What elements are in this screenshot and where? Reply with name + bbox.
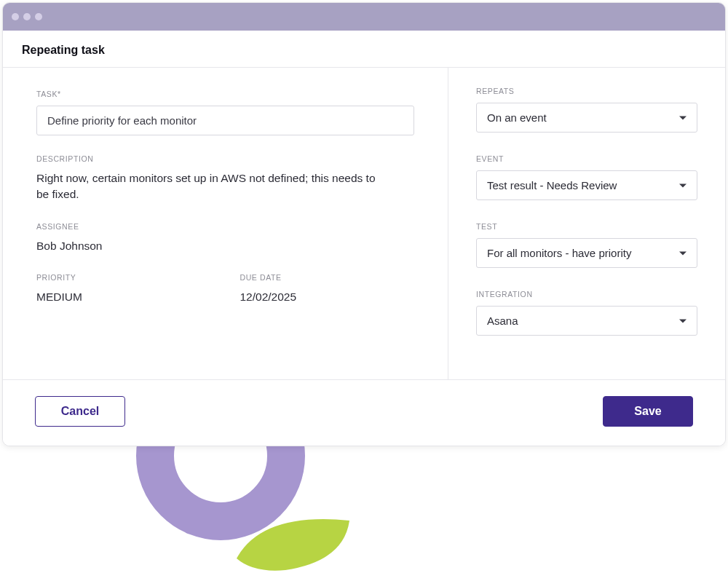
event-select-value: Test result - Needs Review	[487, 179, 617, 191]
test-label: TEST	[476, 222, 697, 231]
chevron-down-icon	[679, 183, 687, 187]
titlebar	[3, 3, 725, 31]
repeats-select[interactable]: On an event	[476, 103, 697, 133]
priority-value: MEDIUM	[36, 289, 211, 305]
due-date-value: 12/02/2025	[240, 289, 415, 305]
integration-select[interactable]: Asana	[476, 306, 697, 336]
integration-select-value: Asana	[487, 315, 518, 327]
cancel-button[interactable]: Cancel	[35, 396, 125, 427]
right-column: REPEATS On an event EVENT Test result - …	[448, 68, 725, 379]
dialog-header: Repeating task	[3, 31, 725, 68]
window-dot-icon	[12, 13, 19, 20]
task-input[interactable]	[36, 106, 414, 135]
save-button[interactable]: Save	[603, 396, 693, 427]
description-text: Right now, certain monitors set up in AW…	[36, 170, 379, 203]
dialog-footer: Cancel Save	[3, 379, 725, 446]
task-field: TASK*	[36, 90, 414, 135]
app-window: Repeating task TASK* DESCRIPTION Right n…	[2, 2, 726, 446]
test-select-value: For all monitors - have priority	[487, 247, 631, 259]
left-column: TASK* DESCRIPTION Right now, certain mon…	[3, 68, 448, 379]
priority-label: PRIORITY	[36, 273, 211, 282]
window-dot-icon	[23, 13, 31, 20]
integration-field: INTEGRATION Asana	[476, 290, 697, 336]
priority-field: PRIORITY MEDIUM	[36, 273, 211, 305]
due-date-label: DUE DATE	[240, 273, 415, 282]
event-select[interactable]: Test result - Needs Review	[476, 170, 697, 200]
event-label: EVENT	[476, 154, 697, 163]
repeats-label: REPEATS	[476, 87, 697, 95]
window-controls	[12, 13, 42, 20]
assignee-label: ASSIGNEE	[36, 222, 414, 231]
dialog-title: Repeating task	[22, 44, 706, 57]
chevron-down-icon	[679, 116, 687, 119]
integration-label: INTEGRATION	[476, 290, 697, 299]
assignee-field: ASSIGNEE Bob Johnson	[36, 222, 414, 254]
repeats-select-value: On an event	[487, 111, 547, 124]
description-field: DESCRIPTION Right now, certain monitors …	[36, 154, 414, 203]
priority-duedate-row: PRIORITY MEDIUM DUE DATE 12/02/2025	[36, 273, 414, 324]
test-field: TEST For all monitors - have priority	[476, 222, 697, 268]
form-body: TASK* DESCRIPTION Right now, certain mon…	[3, 68, 725, 379]
assignee-value: Bob Johnson	[36, 238, 414, 254]
test-select[interactable]: For all monitors - have priority	[476, 238, 697, 268]
chevron-down-icon	[679, 319, 687, 323]
repeats-field: REPEATS On an event	[476, 87, 697, 133]
window-dot-icon	[35, 13, 42, 20]
task-label: TASK*	[36, 90, 414, 98]
due-date-field: DUE DATE 12/02/2025	[240, 273, 415, 305]
event-field: EVENT Test result - Needs Review	[476, 154, 697, 200]
description-label: DESCRIPTION	[36, 154, 414, 163]
chevron-down-icon	[679, 251, 687, 255]
content-area: Repeating task TASK* DESCRIPTION Right n…	[3, 31, 725, 446]
decorative-leaf	[226, 516, 353, 572]
